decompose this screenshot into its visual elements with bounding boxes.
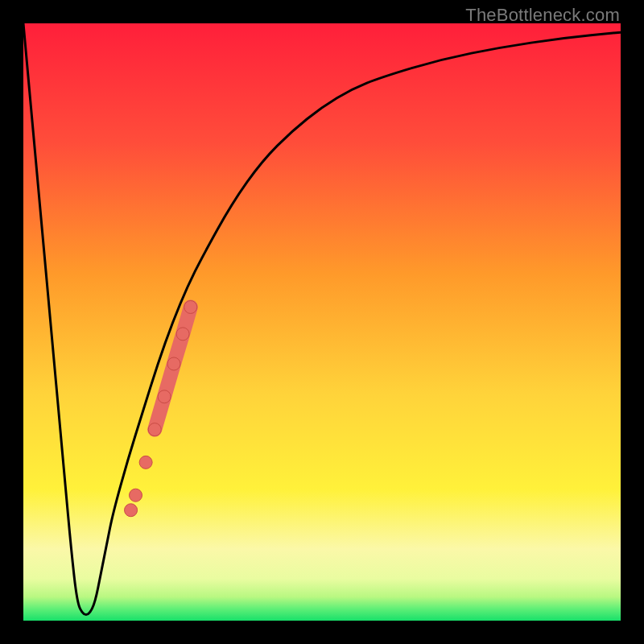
data-marker [129,489,142,502]
chart-frame: TheBottleneck.com [0,0,644,644]
data-marker [139,456,152,469]
curve-path [23,23,621,615]
data-marker [184,300,197,313]
data-marker [158,390,171,403]
watermark-text: TheBottleneck.com [465,5,620,26]
bottleneck-curve [23,23,621,621]
data-marker [176,328,189,341]
data-marker [167,357,180,370]
data-marker [148,423,161,436]
plot-area [23,23,621,621]
data-marker [125,504,138,517]
